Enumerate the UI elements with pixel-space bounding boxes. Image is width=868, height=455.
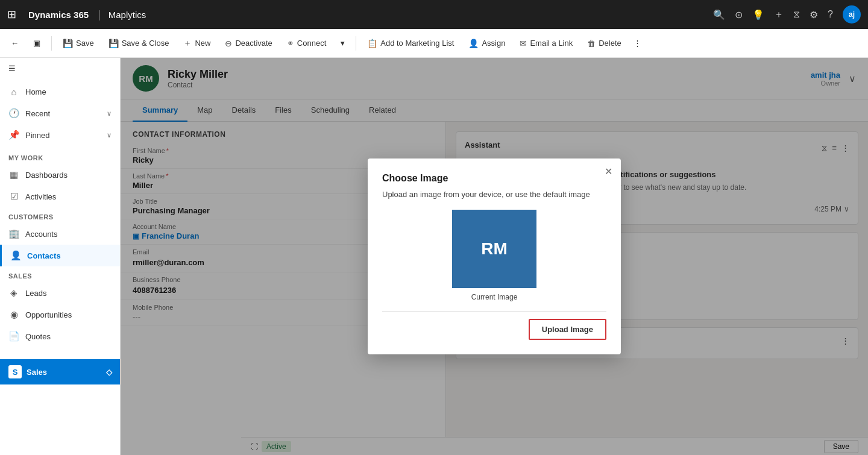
- sidebar-item-opportunities[interactable]: ◉ Opportunities: [0, 304, 120, 325]
- modal-divider: [382, 311, 606, 312]
- sidebar-item-leads[interactable]: ◈ Leads: [0, 282, 120, 304]
- modal-image-area: RM Current Image: [382, 210, 606, 301]
- app-name: Dynamics 365: [28, 10, 89, 20]
- sales-footer-label: Sales: [27, 368, 47, 377]
- sidebar-item-home[interactable]: ⌂ Home: [0, 81, 120, 102]
- delete-icon: 🗑: [587, 39, 596, 48]
- cmd-separator-2: [356, 36, 356, 51]
- modal-footer: Upload Image: [382, 319, 606, 340]
- add-icon[interactable]: ＋: [774, 8, 784, 21]
- contact-current-image: RM: [452, 210, 536, 288]
- sales-footer-icon: S: [8, 365, 22, 378]
- recent-icon: 🕐: [8, 108, 19, 119]
- more-icon: ⋮: [634, 39, 641, 48]
- save-close-button[interactable]: 💾 Save & Close: [102, 35, 175, 52]
- new-button[interactable]: ＋ New: [177, 34, 216, 52]
- sidebar-item-recent[interactable]: 🕐 Recent ∨: [0, 102, 120, 124]
- sidebar-item-label-leads: Leads: [25, 289, 46, 298]
- deactivate-icon: ⊖: [225, 39, 232, 48]
- save-close-icon: 💾: [108, 39, 119, 48]
- sidebar-item-accounts[interactable]: 🏢 Accounts: [0, 223, 120, 245]
- sidebar-item-label-recent: Recent: [25, 109, 50, 118]
- marketing-icon: 📋: [367, 39, 377, 48]
- home-icon: ⌂: [8, 87, 19, 97]
- back-button[interactable]: ←: [5, 35, 25, 51]
- add-marketing-button[interactable]: 📋 Add to Marketing List: [361, 35, 460, 52]
- top-nav-right: 🔍 ⊙ 💡 ＋ ⧖ ⚙ ? aj: [713, 5, 861, 24]
- email-link-label: Email a Link: [530, 39, 573, 48]
- pinned-icon: 📌: [8, 130, 19, 140]
- save-close-label: Save & Close: [122, 39, 169, 48]
- assign-label: Assign: [482, 39, 505, 48]
- sidebar-item-quotes[interactable]: 📄 Quotes: [0, 325, 120, 347]
- new-icon: ＋: [183, 38, 192, 49]
- user-avatar[interactable]: aj: [843, 5, 861, 24]
- waffle-menu[interactable]: ⊞: [7, 8, 16, 21]
- quotes-icon: 📄: [8, 331, 19, 342]
- save-label: Save: [76, 39, 94, 48]
- sidebar-toggle[interactable]: ☰: [0, 58, 120, 79]
- sidebar: ☰ ⌂ Home 🕐 Recent ∨ 📌 Pinned ∨ My Work ▦…: [0, 58, 121, 455]
- category-my-work: My Work: [0, 148, 120, 164]
- connect-chevron-icon: ▾: [341, 39, 345, 48]
- upload-image-button[interactable]: Upload Image: [529, 319, 606, 340]
- opportunities-icon: ◉: [8, 309, 19, 320]
- more-commands-button[interactable]: ⋮: [630, 35, 645, 51]
- sidebar-item-activities[interactable]: ☑ Activities: [0, 186, 120, 207]
- save-button[interactable]: 💾 Save: [57, 35, 100, 52]
- top-navigation: ⊞ Dynamics 365 | Maplytics 🔍 ⊙ 💡 ＋ ⧖ ⚙ ?…: [0, 0, 868, 29]
- leads-icon: ◈: [8, 287, 19, 298]
- category-customers: Customers: [0, 207, 120, 223]
- add-marketing-label: Add to Marketing List: [380, 39, 454, 48]
- choose-image-modal: Choose Image ✕ Upload an image from your…: [368, 158, 621, 355]
- back-icon: ←: [11, 39, 19, 48]
- connect-label: Connect: [297, 39, 326, 48]
- assign-icon: 👤: [468, 39, 479, 48]
- modal-overlay: Choose Image ✕ Upload an image from your…: [121, 58, 868, 455]
- activities-icon: ☑: [8, 191, 19, 202]
- delete-button[interactable]: 🗑 Delete: [581, 35, 627, 52]
- sidebar-item-label-pinned: Pinned: [25, 131, 49, 140]
- help-icon[interactable]: ?: [828, 9, 833, 20]
- category-sales: Sales: [0, 266, 120, 282]
- connect-dropdown-button[interactable]: ▾: [335, 35, 351, 51]
- sidebar-item-label-home: Home: [25, 87, 46, 96]
- new-label: New: [195, 39, 210, 48]
- dashboards-icon: ▦: [8, 169, 19, 180]
- main-layout: ☰ ⌂ Home 🕐 Recent ∨ 📌 Pinned ∨ My Work ▦…: [0, 58, 868, 455]
- email-link-button[interactable]: ✉ Email a Link: [514, 35, 579, 52]
- delete-label: Delete: [599, 39, 621, 48]
- modal-description: Upload an image from your device, or use…: [382, 189, 606, 201]
- content-area: RM Ricky Miller Contact amit jha Owner ∨…: [121, 58, 868, 455]
- contacts-icon: 👤: [10, 250, 21, 261]
- sidebar-top-section: ⌂ Home 🕐 Recent ∨ 📌 Pinned ∨: [0, 79, 120, 148]
- sidebar-footer[interactable]: S Sales ◇: [0, 359, 121, 384]
- form-icon: ▣: [33, 39, 40, 48]
- pinned-chevron-icon: ∨: [107, 131, 112, 139]
- footer-diamond-icon: ◇: [106, 368, 112, 377]
- sidebar-item-dashboards[interactable]: ▦ Dashboards: [0, 164, 120, 186]
- search-icon[interactable]: 🔍: [713, 9, 725, 20]
- connect-button[interactable]: ⚭ Connect: [281, 35, 332, 52]
- connect-icon: ⚭: [287, 39, 294, 48]
- sidebar-item-contacts[interactable]: 👤 Contacts: [0, 245, 120, 266]
- command-bar: ← ▣ 💾 Save 💾 Save & Close ＋ New ⊖ Deacti…: [0, 29, 868, 58]
- settings-check-icon[interactable]: ⊙: [735, 9, 743, 20]
- accounts-icon: 🏢: [8, 228, 19, 239]
- cmd-separator-1: [51, 36, 52, 51]
- sidebar-item-label-opportunities: Opportunities: [25, 310, 72, 319]
- gear-icon[interactable]: ⚙: [810, 9, 818, 20]
- recent-chevron-icon: ∨: [107, 110, 112, 118]
- modal-close-button[interactable]: ✕: [605, 166, 612, 177]
- filter-icon[interactable]: ⧖: [793, 9, 800, 20]
- modal-title: Choose Image: [382, 173, 606, 184]
- sidebar-item-label-contacts: Contacts: [27, 251, 61, 260]
- lightbulb-icon[interactable]: 💡: [752, 9, 764, 20]
- email-icon: ✉: [520, 39, 527, 48]
- form-view-button[interactable]: ▣: [27, 35, 46, 51]
- sidebar-item-pinned[interactable]: 📌 Pinned ∨: [0, 124, 120, 146]
- save-icon: 💾: [63, 39, 73, 48]
- assign-button[interactable]: 👤 Assign: [462, 35, 511, 52]
- deactivate-button[interactable]: ⊖ Deactivate: [219, 35, 278, 52]
- sidebar-item-label-dashboards: Dashboards: [25, 171, 68, 180]
